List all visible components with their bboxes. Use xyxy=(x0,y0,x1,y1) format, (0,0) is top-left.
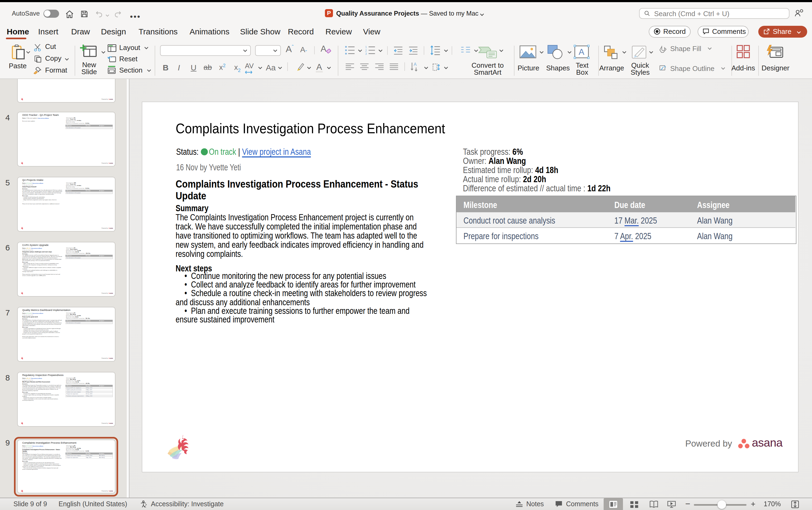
svg-text:A: A xyxy=(414,62,417,67)
svg-text:1: 1 xyxy=(365,46,367,49)
svg-text:3: 3 xyxy=(365,52,367,55)
svg-text:2: 2 xyxy=(365,49,367,52)
svg-text:A: A xyxy=(579,47,584,57)
